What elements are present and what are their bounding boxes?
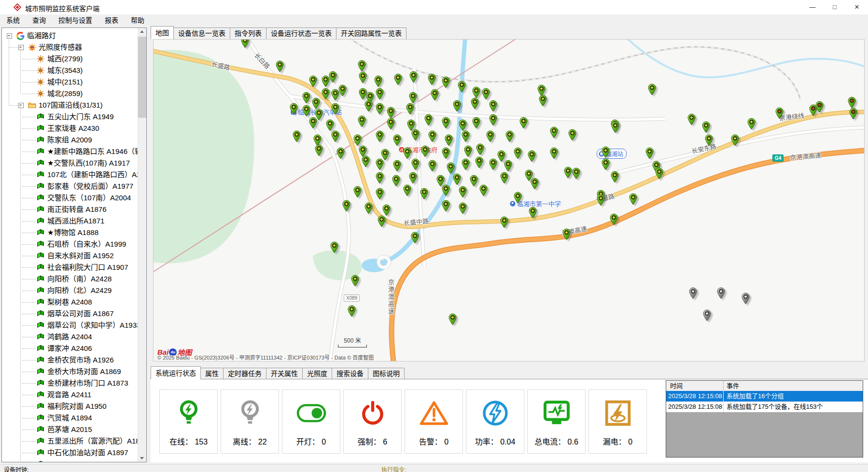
map-pin-online[interactable] <box>328 71 337 83</box>
map-pin-online[interactable] <box>314 144 323 156</box>
tree-device-node[interactable]: 谭家冲 A2406 <box>2 343 138 354</box>
map-pin-online[interactable] <box>457 81 466 93</box>
tree-sensor-node[interactable]: 城西(2799) <box>2 53 138 65</box>
map-pin-online[interactable] <box>321 88 330 100</box>
map-pin-online[interactable] <box>302 105 311 117</box>
tree-group-sensors[interactable]: 光照度传感器 <box>2 42 138 53</box>
map-pin-offline[interactable] <box>716 287 726 299</box>
map-pin-online[interactable] <box>353 134 362 146</box>
map-pin-online[interactable] <box>374 75 383 87</box>
map-pin-online[interactable] <box>424 114 433 126</box>
tree-device-node[interactable]: 彭家巷（党校后面）A1977 <box>2 180 138 192</box>
map-pin-online[interactable] <box>375 130 384 142</box>
map-pin-online[interactable] <box>461 130 470 142</box>
map-pin-online[interactable] <box>331 130 340 142</box>
map-pin-online[interactable] <box>500 216 509 228</box>
map-pin-online[interactable] <box>357 115 366 127</box>
tree-device-node[interactable]: 烟草公司对面 A1867 <box>2 308 138 319</box>
menu-help[interactable]: 帮助 <box>125 14 151 26</box>
tree-device-node[interactable]: 汽贸城 A1894 <box>2 412 138 424</box>
map-pin-online[interactable] <box>308 75 318 87</box>
map-pin-online[interactable] <box>364 202 373 214</box>
map-pin-online[interactable] <box>463 145 473 157</box>
menu-report[interactable]: 报表 <box>98 14 125 26</box>
tree-device-node[interactable]: 五尖山大门东 A1949 <box>2 111 138 123</box>
menu-query[interactable]: 查询 <box>26 14 52 26</box>
map-pin-online[interactable] <box>347 305 356 317</box>
map-pin-online[interactable] <box>481 88 490 100</box>
map-pin-online[interactable] <box>647 83 657 96</box>
map-pin-offline[interactable] <box>741 292 750 305</box>
map-pin-online[interactable] <box>572 167 581 180</box>
tree-device-node[interactable]: 107北（建新中路路口西）A2014 <box>2 169 138 180</box>
map-pin-online[interactable] <box>408 92 418 104</box>
map-pin-online[interactable] <box>601 146 610 158</box>
tree-device-node[interactable]: 王家珑巷 A2430 <box>2 123 138 134</box>
map-pin-online[interactable] <box>375 158 384 170</box>
map-pin-online[interactable] <box>704 134 714 146</box>
map-pin-online[interactable] <box>441 184 450 196</box>
scroll-down-icon[interactable] <box>138 454 146 462</box>
map-pin-online[interactable] <box>687 113 696 125</box>
map-pin-online[interactable] <box>747 118 756 130</box>
map-pin-online[interactable] <box>452 173 462 185</box>
event-row[interactable]: 2025/3/28 12:15:08 系统加载了175个设备，在线153个 <box>666 402 863 412</box>
map-pin-online[interactable] <box>350 275 360 287</box>
map-pin-online[interactable] <box>479 184 488 196</box>
map-pin-online[interactable] <box>302 92 311 104</box>
map-pin-online[interactable] <box>611 121 620 133</box>
map-pin-online[interactable] <box>489 100 498 112</box>
map-pin-online[interactable] <box>444 134 453 146</box>
device-tree[interactable]: 临湘路灯光照度传感器城西(2799)城东(3543)城中(2151)城北(285… <box>2 28 138 462</box>
map-pin-online[interactable] <box>357 60 366 72</box>
tree-scrollbar[interactable] <box>138 28 146 462</box>
map-pin-online[interactable] <box>458 119 467 131</box>
tree-device-node[interactable]: 梨树巷 A2408 <box>2 296 138 308</box>
tab-system-status[interactable]: 系统运行状态 <box>151 366 201 379</box>
map-canvas[interactable]: 长盛路长白路长盛中路长盛路长安东路京港绕线港澳高速京港澳高速京港澳高速X089G… <box>153 39 865 361</box>
map-pin-online[interactable] <box>386 118 395 130</box>
map-pin-online[interactable] <box>428 130 437 142</box>
map-pin-online[interactable] <box>461 158 470 170</box>
map-pin-online[interactable] <box>446 162 455 174</box>
map-pin-online[interactable] <box>452 100 462 112</box>
tab-command-list[interactable]: 指令列表 <box>230 28 266 39</box>
tab-search-device[interactable]: 搜索设备 <box>332 368 368 379</box>
map-pin-online[interactable] <box>409 71 418 83</box>
map-pin-online[interactable] <box>375 88 384 100</box>
map-pin-online[interactable] <box>601 158 610 170</box>
map-pin-online[interactable] <box>472 86 481 98</box>
tree-root-node[interactable]: 临湘路灯 <box>2 30 138 42</box>
map-pin-online[interactable] <box>568 129 577 141</box>
map-pin-online[interactable] <box>470 97 479 110</box>
map-pin-online[interactable] <box>382 204 391 216</box>
map-pin-online[interactable] <box>472 117 481 129</box>
map-pin-online[interactable] <box>420 145 430 157</box>
map-pin-forced[interactable] <box>815 101 824 113</box>
map-pin-online[interactable] <box>513 147 522 159</box>
map-pin-online[interactable] <box>428 160 437 172</box>
map-pin-online[interactable] <box>538 95 547 107</box>
tree-device-node[interactable]: 中石化加油站对面 A1897 <box>2 447 138 458</box>
map-pin-online[interactable] <box>375 188 384 200</box>
map-pin-offline[interactable] <box>688 287 698 299</box>
map-pin-online[interactable] <box>596 194 605 206</box>
map-pin-online[interactable] <box>308 117 318 129</box>
menu-control-settings[interactable]: 控制与设置 <box>52 14 98 26</box>
map-pin-online[interactable] <box>375 103 384 115</box>
map-pin-online[interactable] <box>549 126 559 139</box>
tree-device-node[interactable]: ★博物馆 A1888 <box>2 227 138 238</box>
map-pin-online[interactable] <box>392 160 402 172</box>
map-pin-online[interactable] <box>730 134 740 146</box>
map-pin-online[interactable] <box>325 119 335 131</box>
map-pin-online[interactable] <box>392 175 401 187</box>
map-pin-online[interactable] <box>420 188 429 200</box>
tree-device-node[interactable]: 社会福利院大门口 A1907 <box>2 262 138 273</box>
tab-icon-legend[interactable]: 图标说明 <box>368 368 405 379</box>
map-pin-online[interactable] <box>500 172 509 184</box>
tree-device-node[interactable]: 五里派出所（富源汽配）A1874 <box>2 435 138 447</box>
tab-illuminance[interactable]: 光照度 <box>302 368 332 379</box>
map-pin-online[interactable] <box>475 156 484 168</box>
tab-device-info-list[interactable]: 设备信息一览表 <box>173 28 230 39</box>
map-pin-online[interactable] <box>528 207 537 219</box>
